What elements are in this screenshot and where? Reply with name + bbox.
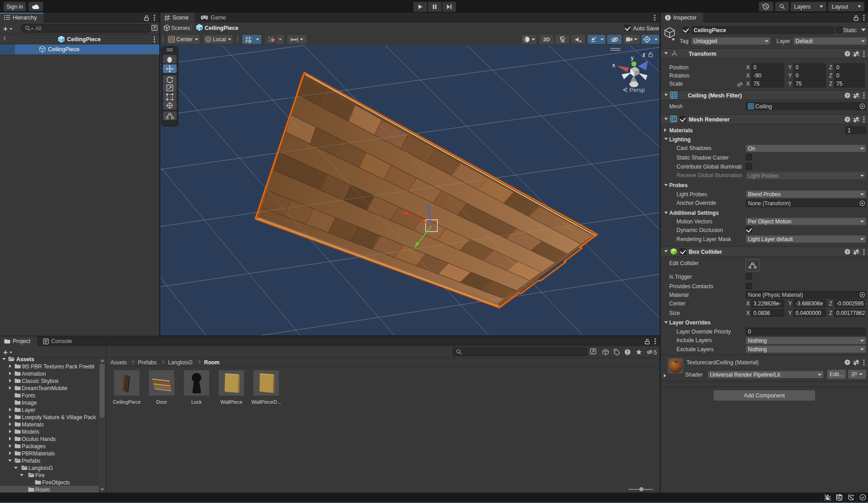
svg-text:?: ? (846, 52, 849, 56)
svg-text:z: z (643, 52, 645, 58)
svg-text:x: x (612, 62, 615, 68)
svg-text:Persp: Persp (629, 87, 645, 93)
svg-text:y: y (631, 55, 634, 61)
svg-text:?: ? (846, 117, 849, 122)
svg-text:Y: Y (249, 39, 251, 43)
svg-text:5: 5 (654, 349, 657, 356)
svg-text:?: ? (846, 360, 849, 365)
svg-text:?: ? (846, 250, 849, 254)
svg-text:?: ? (846, 93, 849, 98)
